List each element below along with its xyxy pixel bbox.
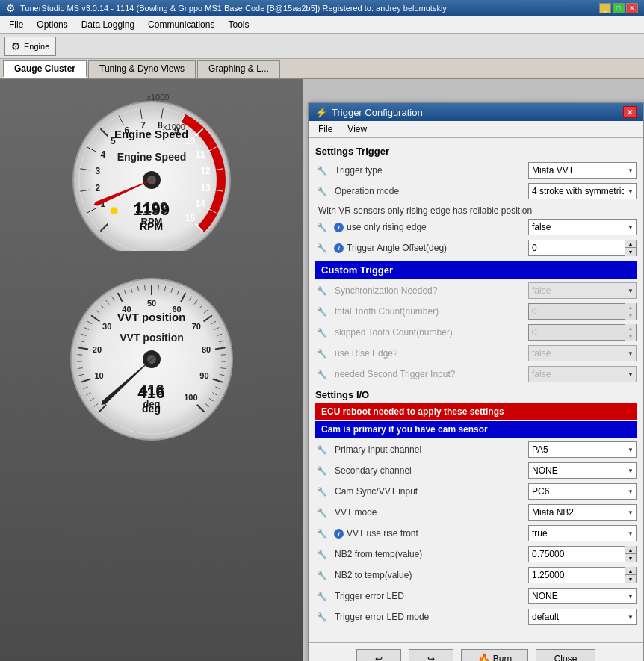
wrench-icon-18: 🔧: [315, 610, 329, 624]
nb2-to-spinners: ▲ ▼: [625, 567, 636, 583]
trigger-angle-input-wrapper: ▲ ▼: [528, 240, 637, 256]
engine-toolbar-btn[interactable]: ⚙ Engine: [4, 37, 56, 56]
minimize-button[interactable]: _: [599, 3, 611, 13]
wrench-icon-3: 🔧: [315, 220, 329, 234]
trigger-error-mode-row: 🔧 Trigger error LED mode default ▼: [315, 608, 637, 626]
menu-options[interactable]: Options: [31, 18, 73, 31]
operation-mode-select[interactable]: 4 stroke with symmetrical crank: [528, 183, 637, 199]
vvt-mode-select[interactable]: Miata NB2: [528, 504, 637, 521]
info-icon-2[interactable]: i: [334, 243, 344, 253]
vvt-rise-front-select[interactable]: true false: [528, 525, 637, 541]
total-tooth-label: total Tooth Count(number): [332, 306, 528, 317]
trigger-angle-up[interactable]: ▲: [625, 240, 636, 248]
trigger-angle-down[interactable]: ▼: [625, 248, 636, 256]
total-tooth-input: [529, 304, 625, 319]
primary-input-wrapper: PA5 ▼: [528, 441, 637, 458]
close-app-button[interactable]: ✕: [626, 3, 638, 13]
dialog-buttons: ↩ ↪ 🔥 Burn Close: [309, 642, 643, 661]
second-trigger-select: false: [528, 366, 637, 382]
cam-sync-wrapper: PC6 ▼: [528, 483, 637, 500]
total-tooth-input-wrapper: ▲ ▼: [528, 303, 637, 320]
skipped-tooth-row: 🔧 skipped Tooth Count(number) ▲ ▼: [315, 323, 637, 341]
sync-needed-row: 🔧 Synchronization Needed? false ▼: [315, 282, 637, 300]
rising-edge-label: use only rising edge: [344, 222, 528, 232]
secondary-channel-select[interactable]: NONE: [528, 462, 637, 479]
total-tooth-row: 🔧 total Tooth Count(number) ▲ ▼: [315, 302, 637, 320]
primary-input-select[interactable]: PA5: [528, 441, 637, 458]
wrench-icon-15: 🔧: [315, 547, 329, 561]
nb2-from-up[interactable]: ▲: [625, 546, 636, 554]
nb2-from-down[interactable]: ▼: [625, 554, 636, 562]
trigger-error-led-row: 🔧 Trigger error LED NONE ▼: [315, 587, 637, 605]
wrench-icon-1: 🔧: [315, 164, 329, 177]
vvt-rise-front-label: VVT use rise front: [344, 528, 528, 539]
title-bar: ⚙ TunerStudio MS v3.0.14 - 1114 (Bowling…: [0, 0, 644, 16]
nb2-to-up[interactable]: ▲: [625, 567, 636, 575]
tab-tuning-dyno[interactable]: Tuning & Dyno Views: [88, 60, 196, 78]
nb2-from-label: NB2 from temp(value): [332, 549, 528, 559]
maximize-button[interactable]: □: [613, 3, 625, 13]
menu-file[interactable]: File: [3, 18, 29, 31]
menu-tools[interactable]: Tools: [222, 18, 255, 31]
gear-icon: ⚙: [11, 40, 21, 52]
dialog-title-bar: ⚡ Trigger Configuration ✕: [309, 103, 643, 121]
dialog-title-icon: ⚡: [315, 107, 327, 118]
settings-trigger-header: Settings Trigger: [315, 146, 637, 157]
vvt-position-canvas: [11, 262, 291, 441]
menu-data-logging[interactable]: Data Logging: [75, 18, 140, 31]
secondary-channel-wrapper: NONE ▼: [528, 462, 637, 479]
nb2-from-input[interactable]: [529, 547, 625, 562]
trigger-angle-input[interactable]: [529, 240, 625, 255]
vvt-unit: deg: [142, 403, 161, 415]
rising-edge-select[interactable]: false true: [528, 219, 637, 235]
dialog-menu: File View: [309, 121, 643, 138]
dialog-menu-file[interactable]: File: [312, 122, 338, 136]
app-wrapper: ⚙ TunerStudio MS v3.0.14 - 1114 (Bowling…: [0, 0, 644, 661]
redo-button[interactable]: ↪: [409, 649, 453, 661]
content-area: x1000 Engine Speed 1199 RPM VVT position: [0, 79, 644, 661]
wrench-icon-11: 🔧: [315, 464, 329, 477]
trigger-error-mode-wrapper: default ▼: [528, 609, 637, 625]
skipped-tooth-input-wrapper: ▲ ▼: [528, 324, 637, 341]
nb2-to-label: NB2 to temp(value): [332, 570, 528, 580]
trigger-error-led-select[interactable]: NONE: [528, 588, 637, 604]
menu-communications[interactable]: Communications: [142, 18, 220, 31]
nb2-to-input-wrapper: ▲ ▼: [528, 567, 637, 583]
dialog-close-button[interactable]: ✕: [623, 106, 637, 118]
burn-button[interactable]: 🔥 Burn: [461, 649, 528, 661]
operation-mode-select-wrapper: 4 stroke with symmetrical crank ▼: [528, 183, 637, 199]
vvt-mode-label: VVT mode: [332, 507, 528, 518]
trigger-error-mode-label: Trigger error LED mode: [332, 612, 528, 622]
vvt-mode-row: 🔧 VVT mode Miata NB2 ▼: [315, 503, 637, 521]
trigger-type-select[interactable]: Miata VVT: [528, 162, 637, 179]
cam-sync-select[interactable]: PC6: [528, 483, 637, 500]
info-icon-1[interactable]: i: [334, 223, 344, 232]
close-button[interactable]: Close: [536, 649, 595, 661]
trigger-error-led-wrapper: NONE ▼: [528, 588, 637, 604]
trigger-type-row: 🔧 Trigger type Miata VVT ▼: [315, 161, 637, 179]
vvt-rise-front-wrapper: true false ▼: [528, 525, 637, 541]
skipped-tooth-input: [529, 325, 625, 340]
tab-gauge-cluster[interactable]: Gauge Cluster: [3, 60, 87, 78]
undo-button[interactable]: ↩: [356, 649, 401, 661]
vr-sensor-note: With VR sensors only rising edge has rel…: [315, 203, 637, 218]
primary-input-label: Primary input channel: [332, 444, 528, 455]
sync-needed-select: false: [528, 282, 637, 299]
trigger-angle-spinners: ▲ ▼: [625, 240, 636, 256]
second-trigger-label: needed Second Trigger Input?: [332, 369, 528, 379]
nb2-to-input[interactable]: [529, 568, 625, 583]
dialog-content: Settings Trigger 🔧 Trigger type Miata VV…: [309, 138, 643, 642]
engine-speed-title: Engine Speed: [114, 128, 188, 140]
undo-icon: ↩: [375, 654, 383, 661]
wrench-icon-9: 🔧: [315, 367, 329, 381]
tab-graphing[interactable]: Graphing & L...: [197, 60, 280, 78]
info-icon-3[interactable]: i: [334, 529, 344, 539]
alert-cam-primary: Cam is primary if you have cam sensor: [315, 421, 637, 438]
gauge-panel: x1000 Engine Speed 1199 RPM VVT position: [0, 79, 303, 661]
nb2-to-down[interactable]: ▼: [625, 575, 636, 583]
close-label: Close: [554, 654, 578, 661]
trigger-error-mode-select[interactable]: default: [528, 609, 637, 625]
vvt-mode-wrapper: Miata NB2 ▼: [528, 504, 637, 521]
dialog-menu-view[interactable]: View: [341, 122, 373, 136]
total-tooth-up: ▲: [625, 303, 636, 311]
